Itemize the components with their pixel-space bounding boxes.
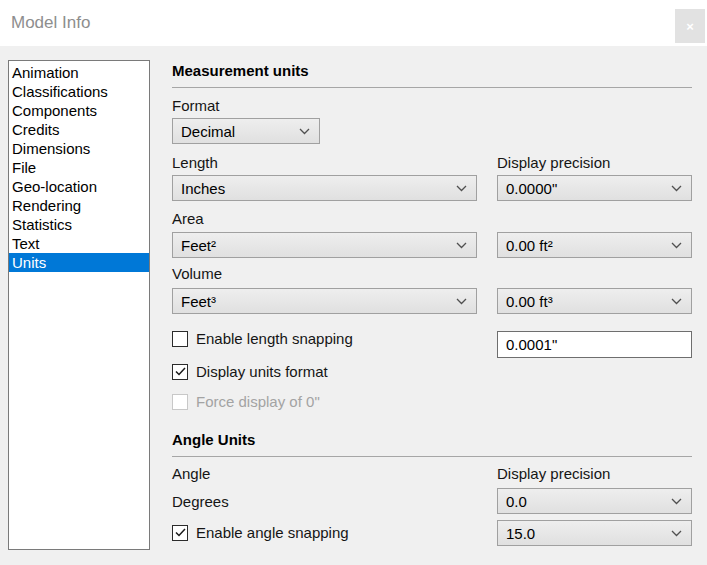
enable-angle-snapping-row: Enable angle snapping bbox=[172, 524, 349, 541]
list-item-geo-location[interactable]: Geo-location bbox=[9, 177, 149, 196]
format-dropdown[interactable]: Decimal bbox=[172, 118, 320, 144]
display-units-format-checkbox[interactable] bbox=[172, 364, 188, 380]
display-precision-label: Display precision bbox=[497, 154, 610, 171]
angle-unit-value: Degrees bbox=[172, 493, 229, 510]
chevron-down-icon bbox=[456, 298, 467, 305]
length-unit-dropdown[interactable]: Inches bbox=[172, 175, 477, 201]
display-units-format-label[interactable]: Display units format bbox=[196, 363, 328, 380]
dialog-titlebar bbox=[0, 0, 707, 46]
enable-angle-snapping-label[interactable]: Enable angle snapping bbox=[196, 524, 349, 541]
enable-angle-snapping-checkbox[interactable] bbox=[172, 525, 188, 541]
chevron-down-icon bbox=[671, 185, 682, 192]
length-precision-value: 0.0000" bbox=[506, 180, 557, 197]
area-label: Area bbox=[172, 210, 204, 227]
volume-label: Volume bbox=[172, 265, 222, 282]
chevron-down-icon bbox=[456, 242, 467, 249]
force-display-checkbox bbox=[172, 394, 188, 410]
area-unit-dropdown[interactable]: Feet² bbox=[172, 232, 477, 258]
display-units-format-row: Display units format bbox=[172, 363, 328, 380]
angle-snapping-value: 15.0 bbox=[506, 525, 535, 542]
list-item-text[interactable]: Text bbox=[9, 234, 149, 253]
format-label: Format bbox=[172, 97, 220, 114]
list-item-rendering[interactable]: Rendering bbox=[9, 196, 149, 215]
length-snapping-input[interactable] bbox=[497, 331, 692, 358]
chevron-down-icon bbox=[671, 530, 682, 537]
angle-precision-value: 0.0 bbox=[506, 493, 527, 510]
chevron-down-icon bbox=[299, 128, 310, 135]
enable-length-snapping-row: Enable length snapping bbox=[172, 330, 353, 347]
volume-unit-value: Feet³ bbox=[181, 293, 216, 310]
angle-display-precision-label: Display precision bbox=[497, 465, 610, 482]
list-item-statistics[interactable]: Statistics bbox=[9, 215, 149, 234]
area-precision-dropdown[interactable]: 0.00 ft² bbox=[497, 232, 692, 258]
list-item-classifications[interactable]: Classifications bbox=[9, 82, 149, 101]
format-dropdown-value: Decimal bbox=[181, 123, 235, 140]
area-unit-value: Feet² bbox=[181, 237, 216, 254]
close-icon: × bbox=[686, 19, 694, 34]
angle-units-heading: Angle Units bbox=[172, 431, 255, 448]
list-item-dimensions[interactable]: Dimensions bbox=[9, 139, 149, 158]
volume-precision-dropdown[interactable]: 0.00 ft³ bbox=[497, 288, 692, 314]
section-divider bbox=[172, 87, 692, 88]
area-precision-value: 0.00 ft² bbox=[506, 237, 553, 254]
model-info-category-list: Animation Classifications Components Cre… bbox=[8, 60, 150, 550]
section-divider bbox=[172, 456, 692, 457]
dialog-title: Model Info bbox=[11, 13, 90, 33]
list-item-file[interactable]: File bbox=[9, 158, 149, 177]
list-item-components[interactable]: Components bbox=[9, 101, 149, 120]
chevron-down-icon bbox=[456, 185, 467, 192]
length-label: Length bbox=[172, 154, 218, 171]
close-button[interactable]: × bbox=[675, 9, 705, 43]
length-precision-dropdown[interactable]: 0.0000" bbox=[497, 175, 692, 201]
volume-unit-dropdown[interactable]: Feet³ bbox=[172, 288, 477, 314]
chevron-down-icon bbox=[671, 298, 682, 305]
chevron-down-icon bbox=[671, 498, 682, 505]
angle-precision-dropdown[interactable]: 0.0 bbox=[497, 488, 692, 514]
measurement-units-heading: Measurement units bbox=[172, 62, 309, 79]
enable-length-snapping-checkbox[interactable] bbox=[172, 331, 188, 347]
angle-label: Angle bbox=[172, 465, 210, 482]
length-unit-value: Inches bbox=[181, 180, 225, 197]
enable-length-snapping-label[interactable]: Enable length snapping bbox=[196, 330, 353, 347]
volume-precision-value: 0.00 ft³ bbox=[506, 293, 553, 310]
list-item-units[interactable]: Units bbox=[9, 253, 149, 272]
list-item-animation[interactable]: Animation bbox=[9, 63, 149, 82]
list-item-credits[interactable]: Credits bbox=[9, 120, 149, 139]
force-display-row: Force display of 0" bbox=[172, 393, 320, 410]
angle-snapping-dropdown[interactable]: 15.0 bbox=[497, 520, 692, 546]
chevron-down-icon bbox=[671, 242, 682, 249]
force-display-label: Force display of 0" bbox=[196, 393, 320, 410]
